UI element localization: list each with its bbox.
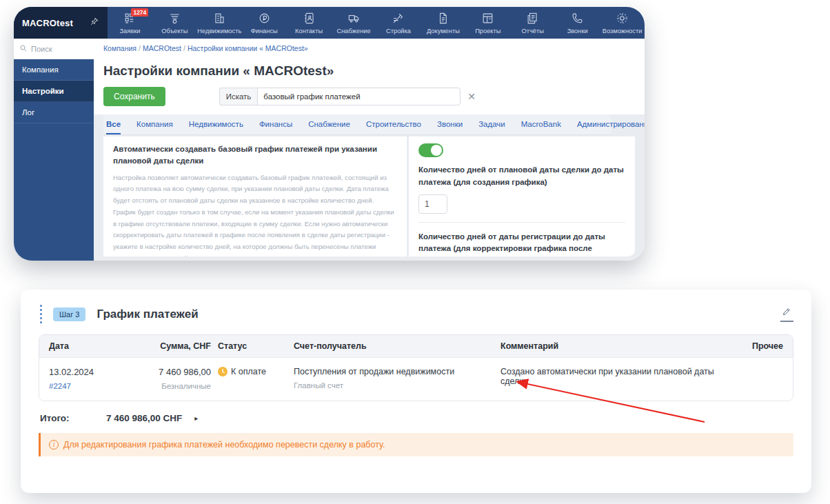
payment-amount: 7 460 986,00 (132, 367, 211, 377)
recipient-account-sub: Главный счет (294, 381, 494, 390)
top-navbar: MACROtest 1274 Заявки Объекты Недвижимос… (14, 7, 645, 39)
nav-item-calls[interactable]: Звонки (555, 7, 600, 39)
expand-total-icon[interactable]: ▸ (194, 414, 198, 422)
breadcrumb-macrotest[interactable]: MACROtest (143, 44, 181, 52)
payment-comment: Создано автоматически при указании плано… (500, 367, 735, 390)
documents-icon (436, 12, 449, 26)
finance-icon (258, 12, 271, 26)
nav-item-contacts[interactable]: Контакты (287, 7, 332, 39)
sidebar-item-settings[interactable]: Настройки (14, 81, 94, 102)
page-title: Настройки компании « MACROtest» (94, 55, 645, 85)
clear-search-button[interactable]: ✕ (467, 91, 476, 102)
nav-label: Контакты (295, 28, 323, 34)
setting-description: Настройка позволяет автоматически создав… (113, 172, 397, 257)
notice-text: Для редактирования графика платежей необ… (63, 440, 385, 450)
schedule-title: График платежей (97, 308, 198, 321)
features-icon (616, 12, 629, 26)
total-value: 7 460 986,00 CHF (106, 413, 182, 423)
requests-count-badge: 1274 (131, 8, 148, 17)
settings-search-input[interactable] (257, 88, 460, 105)
nav-label: Проекты (475, 28, 500, 34)
setting-name: Автоматически создавать базовый график п… (113, 143, 397, 168)
nav-item-finance[interactable]: Финансы (242, 7, 287, 39)
nav-label: Стройка (386, 28, 411, 34)
tab-macrobank[interactable]: MacroBank (521, 114, 561, 134)
pin-icon[interactable] (90, 17, 99, 29)
nav-label: Финансы (251, 28, 278, 34)
setting-description-card: Автоматически создавать базовый график п… (103, 137, 407, 256)
payment-number-link[interactable]: #2247 (49, 382, 125, 390)
nav-label: Снабжение (337, 28, 371, 34)
construction-icon (392, 12, 405, 26)
tab-calls[interactable]: Звонки (437, 114, 463, 134)
setting-toggle[interactable] (418, 143, 443, 157)
reports-icon (526, 12, 539, 26)
nav-label: Звонки (567, 28, 588, 34)
nav-item-realty[interactable]: Недвижимость (197, 7, 242, 39)
col-date: Дата (49, 341, 125, 351)
nav-label: Заявки (119, 28, 140, 34)
col-account: Счет-получатель (294, 341, 494, 351)
calls-icon (571, 12, 584, 26)
status-clock-icon (218, 367, 227, 379)
tab-company[interactable]: Компания (136, 114, 173, 134)
col-other: Прочее (742, 341, 783, 351)
nav-label: Документы (427, 28, 460, 34)
tab-supply[interactable]: Снабжение (308, 114, 350, 134)
nav-item-reports[interactable]: Отчёты (510, 7, 555, 39)
col-amount: Сумма, CHF (132, 341, 211, 351)
payments-table: Дата Сумма, CHF Статус Счет-получатель К… (39, 334, 793, 401)
col-comment: Комментарий (500, 341, 735, 351)
table-row[interactable]: 13.02.2024 #2247 7 460 986,00 Безналичны… (39, 357, 793, 401)
payment-date: 13.02.2024 (49, 367, 125, 377)
nav-item-construction[interactable]: Стройка (376, 7, 421, 39)
table-header-row: Дата Сумма, CHF Статус Счет-получатель К… (39, 335, 793, 357)
pencil-icon (782, 307, 792, 319)
kebab-menu-icon[interactable] (39, 303, 43, 325)
realty-icon (213, 12, 226, 26)
search-icon (19, 43, 28, 55)
nav-label: Отчёты (522, 28, 544, 34)
settings-tabs: Все Компания Недвижимость Финансы Снабже… (103, 114, 611, 135)
sidebar-item-log[interactable]: Лог (14, 102, 94, 123)
save-button[interactable]: Сохранить (103, 87, 165, 106)
nav-item-objects[interactable]: Объекты (152, 7, 197, 39)
field-divider (418, 222, 625, 223)
readonly-notice: i Для редактирования графика платежей не… (39, 433, 793, 456)
payment-type: Безналичные (132, 382, 211, 390)
nav-label: Возможности (603, 28, 642, 34)
edit-button[interactable] (780, 306, 793, 322)
sidebar-search[interactable] (14, 39, 94, 59)
payment-schedule-card: Шаг 3 График платежей Дата Сумма, CHF Ст… (21, 290, 811, 493)
left-sidebar: Компания Настройки Лог (14, 39, 94, 261)
nav-item-documents[interactable]: Документы (421, 7, 465, 39)
app-logo: MACROtest (22, 18, 73, 28)
nav-item-features[interactable]: Возможности (600, 7, 645, 39)
days-from-registration-label: Количество дней от даты регистрации до д… (418, 231, 625, 256)
breadcrumb-company[interactable]: Компания (103, 44, 136, 52)
tab-admin[interactable]: Администрирование (577, 114, 645, 134)
sidebar-search-input[interactable] (31, 45, 79, 53)
contacts-icon (303, 12, 316, 26)
total-row: Итого: 7 460 986,00 CHF ▸ (39, 401, 793, 433)
nav-item-supply[interactable]: Снабжение (332, 7, 376, 39)
setting-values-card: Количество дней от плановой даты сделки … (409, 137, 635, 256)
tab-realty[interactable]: Недвижимость (189, 114, 243, 134)
tab-all[interactable]: Все (106, 114, 121, 134)
breadcrumb-current: Настройки компании « MACROtest» (188, 44, 308, 52)
nav-label: Недвижимость (197, 28, 241, 34)
col-status: Статус (218, 341, 287, 351)
nav-item-projects[interactable]: Проекты (465, 7, 510, 39)
nav-item-requests[interactable]: 1274 Заявки (108, 7, 152, 39)
supply-icon (347, 12, 361, 26)
tab-construction[interactable]: Строительство (366, 114, 421, 134)
days-to-payment-label: Количество дней от плановой даты сделки … (418, 164, 625, 189)
sidebar-item-company[interactable]: Компания (14, 59, 94, 81)
days-to-payment-input[interactable] (418, 194, 447, 214)
search-label: Искать (219, 88, 258, 105)
info-icon: i (49, 440, 59, 450)
tab-tasks[interactable]: Задачи (478, 114, 505, 134)
tab-finance[interactable]: Финансы (259, 114, 292, 134)
recipient-account: Поступления от продажи недвижимости (294, 367, 494, 376)
logo-block[interactable]: MACROtest (14, 7, 108, 39)
